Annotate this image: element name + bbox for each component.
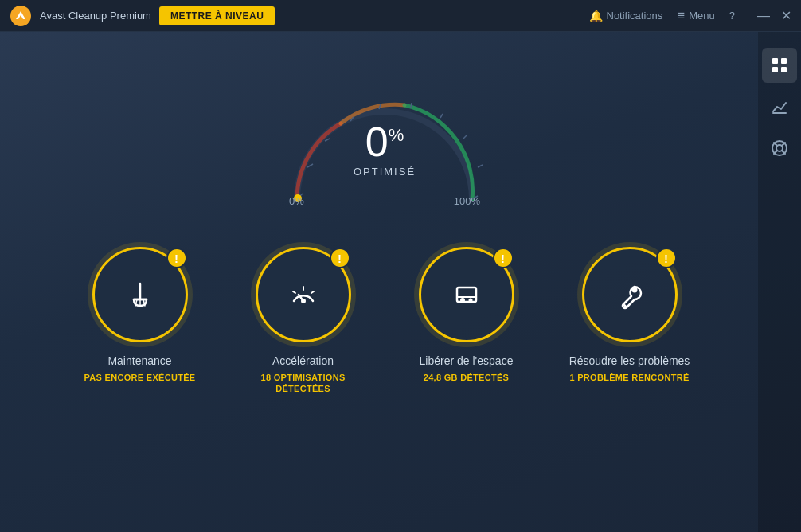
svg-line-9 [478, 165, 483, 167]
svg-point-0 [10, 6, 31, 26]
problems-subtitle: 1 PROBLÈME RENCONTRÉ [569, 372, 689, 383]
maintenance-circle: ! [92, 247, 188, 342]
svg-point-25 [469, 299, 471, 302]
svg-rect-29 [781, 58, 787, 64]
title-bar: Avast Cleanup Premium METTRE À NIVEAU 🔔 … [0, 0, 801, 32]
maintenance-card[interactable]: ! Maintenance PAS ENCORE EXÉCUTÉE [70, 247, 209, 395]
acceleration-title: Accélération [272, 354, 334, 368]
svg-point-21 [302, 299, 305, 303]
gauge-min-label: 0% [289, 195, 304, 207]
svg-point-24 [461, 299, 464, 302]
close-button[interactable]: ✕ [781, 10, 791, 22]
svg-line-35 [774, 143, 777, 146]
svg-line-8 [463, 135, 467, 139]
problems-circle: ! [582, 247, 678, 342]
gauge-sign: % [389, 125, 404, 145]
support-icon [771, 139, 788, 157]
sidebar [758, 32, 801, 532]
space-card[interactable]: ! Libérer de l'espace 24,8 GB DÉTECTÉS [397, 247, 536, 395]
help-nav[interactable]: ? [729, 10, 735, 22]
gauge-value: 0% [354, 121, 416, 162]
gauge-number: 0 [365, 119, 389, 165]
svg-line-38 [774, 151, 777, 154]
help-icon: ? [729, 10, 735, 22]
main-content: 0% OPTIMISÉ 0% 100% [0, 32, 801, 532]
space-title: Libérer de l'espace [420, 354, 514, 368]
svg-line-7 [440, 114, 443, 118]
upgrade-button[interactable]: METTRE À NIVEAU [159, 6, 275, 25]
menu-nav[interactable]: ≡ Menu [677, 8, 714, 24]
harddrive-icon [449, 277, 484, 312]
acceleration-subtitle: 18 OPTIMISATIONS DÉTECTÉES [233, 372, 373, 395]
minimize-button[interactable]: — [757, 10, 770, 22]
acceleration-circle: ! [256, 247, 351, 342]
sidebar-item-chart[interactable] [762, 89, 797, 124]
svg-rect-28 [772, 58, 778, 64]
maintenance-title: Maintenance [107, 354, 171, 368]
space-subtitle: 24,8 GB DÉTECTÉS [424, 372, 510, 383]
svg-line-37 [782, 151, 785, 154]
gauge-max-label: 100% [454, 195, 480, 207]
acceleration-card[interactable]: ! Accélération 18 OPTIMISATIONS DÉTECTÉE… [233, 247, 373, 395]
maintenance-subtitle: PAS ENCORE EXÉCUTÉE [84, 372, 196, 383]
menu-label: Menu [689, 10, 715, 22]
svg-line-19 [311, 291, 314, 293]
bell-icon: 🔔 [589, 10, 603, 22]
chart-icon [771, 98, 788, 115]
svg-line-6 [411, 103, 412, 108]
app-title: Avast Cleanup Premium [40, 10, 151, 22]
problems-title: Résoudre les problèmes [569, 354, 690, 368]
svg-line-18 [293, 291, 295, 293]
menu-icon: ≡ [677, 8, 685, 24]
avast-logo-icon [10, 5, 32, 27]
svg-rect-31 [781, 67, 787, 72]
svg-line-2 [307, 164, 313, 167]
speedometer-icon [286, 277, 321, 312]
svg-rect-30 [772, 67, 778, 72]
problems-card[interactable]: ! Résoudre les problèmes 1 PROBLÈME RENC… [560, 247, 699, 395]
svg-point-27 [632, 288, 636, 292]
maintenance-badge: ! [166, 248, 187, 268]
notifications-label: Notifications [607, 10, 663, 22]
title-left: Avast Cleanup Premium METTRE À NIVEAU [10, 5, 275, 27]
wrench-icon [612, 277, 647, 312]
sidebar-item-support[interactable] [762, 131, 797, 166]
notifications-nav[interactable]: 🔔 Notifications [589, 10, 663, 22]
gauge-center-text: 0% OPTIMISÉ [354, 121, 416, 178]
problems-badge: ! [656, 248, 677, 268]
grid-icon [771, 57, 788, 74]
title-right: 🔔 Notifications ≡ Menu ? — ✕ [589, 8, 792, 24]
gauge-label: OPTIMISÉ [354, 166, 416, 178]
svg-rect-22 [457, 288, 476, 302]
space-circle: ! [419, 247, 514, 342]
svg-line-3 [325, 139, 330, 141]
gauge-container: 0% OPTIMISÉ 0% 100% [265, 64, 504, 223]
center-content: 0% OPTIMISÉ 0% 100% [0, 32, 801, 532]
broom-icon [123, 277, 158, 312]
space-badge: ! [493, 248, 514, 268]
svg-line-36 [782, 143, 785, 146]
window-controls: — ✕ [757, 10, 791, 22]
sidebar-item-grid[interactable] [762, 48, 797, 83]
cards-container: ! Maintenance PAS ENCORE EXÉCUTÉE [70, 247, 699, 395]
acceleration-badge: ! [330, 248, 350, 268]
